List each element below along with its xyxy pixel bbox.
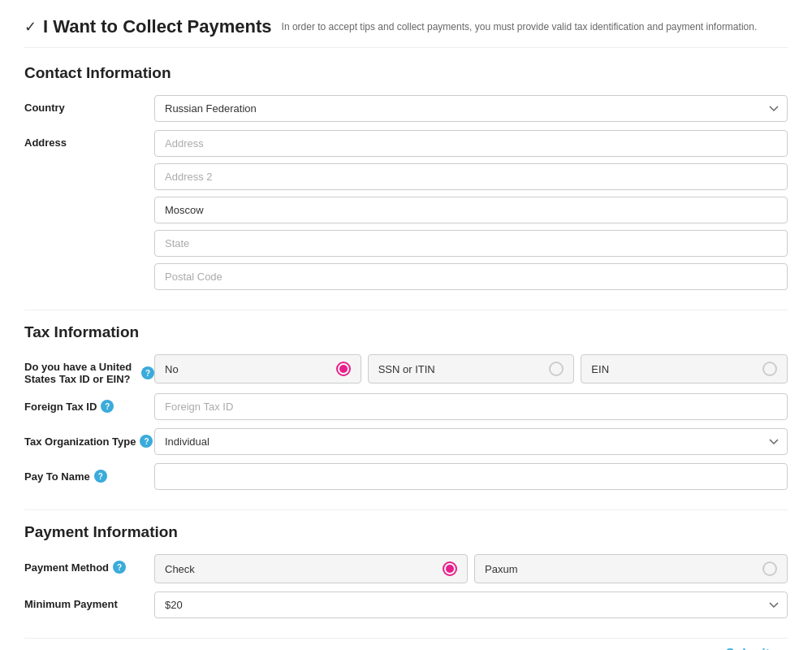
us-tax-row: Do you have a United States Tax ID or EI…	[24, 354, 788, 385]
radio-check-circle	[443, 561, 457, 576]
page-title: I Want to Collect Payments	[43, 16, 272, 37]
pay-to-name-controls	[154, 463, 788, 490]
pay-to-name-label: Pay To Name ?	[24, 463, 154, 483]
radio-paxum-circle	[762, 561, 777, 576]
address2-input[interactable]	[154, 163, 788, 190]
radio-option-paxum[interactable]: Paxum	[474, 554, 788, 583]
submit-button[interactable]: Submit →	[726, 647, 788, 650]
radio-paxum-label: Paxum	[485, 563, 517, 575]
radio-ein-circle	[762, 362, 777, 376]
address-row: Address	[24, 130, 788, 290]
payment-method-radio-group: Check Paxum	[154, 554, 788, 583]
city-input[interactable]	[154, 197, 788, 223]
radio-ssn-circle	[549, 362, 564, 376]
us-tax-controls: No SSN or ITIN EIN	[154, 354, 788, 384]
address-input[interactable]	[154, 130, 788, 157]
country-select[interactable]: Russian Federation United States United …	[154, 95, 788, 122]
org-type-help-icon[interactable]: ?	[140, 435, 153, 448]
payment-section-title: Payment Information	[24, 523, 788, 541]
payment-method-help-icon[interactable]: ?	[113, 561, 126, 574]
payment-method-label: Payment Method ?	[24, 554, 154, 574]
us-tax-help-icon[interactable]: ?	[141, 366, 154, 379]
pay-to-name-input[interactable]	[154, 463, 788, 490]
min-payment-label: Minimum Payment	[24, 592, 154, 610]
page-header: ✓ I Want to Collect Payments In order to…	[24, 16, 788, 48]
tax-section-title: Tax Information	[24, 323, 788, 341]
contact-section: Contact Information Country Russian Fede…	[24, 64, 788, 290]
address-label: Address	[24, 130, 154, 149]
min-payment-select[interactable]: $20 $50 $100 $200	[154, 592, 788, 618]
country-row: Country Russian Federation United States…	[24, 95, 788, 122]
tax-section: Tax Information Do you have a United Sta…	[24, 323, 788, 490]
min-payment-row: Minimum Payment $20 $50 $100 $200	[24, 592, 788, 618]
payment-method-row: Payment Method ? Check Paxum	[24, 554, 788, 583]
us-tax-label: Do you have a United States Tax ID or EI…	[24, 354, 154, 385]
check-icon: ✓	[24, 18, 37, 36]
us-tax-radio-group: No SSN or ITIN EIN	[154, 354, 788, 384]
radio-no-circle	[336, 362, 351, 376]
radio-option-ein[interactable]: EIN	[581, 354, 788, 384]
section-divider-2	[24, 509, 788, 510]
foreign-tax-controls	[154, 393, 788, 420]
org-type-select[interactable]: Individual Business Non-profit	[154, 428, 788, 455]
foreign-tax-help-icon[interactable]: ?	[101, 400, 114, 413]
radio-option-check[interactable]: Check	[154, 554, 468, 583]
radio-option-ssn[interactable]: SSN or ITIN	[368, 354, 575, 384]
radio-ein-label: EIN	[591, 363, 609, 375]
pay-to-name-help-icon[interactable]: ?	[94, 470, 107, 483]
radio-no-label: No	[165, 363, 179, 375]
foreign-tax-label: Foreign Tax ID ?	[24, 393, 154, 413]
foreign-tax-input[interactable]	[154, 393, 788, 420]
address-controls	[154, 130, 788, 290]
country-controls: Russian Federation United States United …	[154, 95, 788, 122]
submit-row: Submit →	[24, 638, 788, 650]
postal-input[interactable]	[154, 263, 788, 290]
org-type-controls: Individual Business Non-profit	[154, 428, 788, 455]
submit-label: Submit	[726, 647, 770, 650]
contact-section-title: Contact Information	[24, 64, 788, 82]
foreign-tax-row: Foreign Tax ID ?	[24, 393, 788, 420]
section-divider-1	[24, 310, 788, 310]
min-payment-controls: $20 $50 $100 $200	[154, 592, 788, 618]
org-type-row: Tax Organization Type ? Individual Busin…	[24, 428, 788, 455]
org-type-label: Tax Organization Type ?	[24, 428, 154, 448]
country-label: Country	[24, 95, 154, 114]
payment-section: Payment Information Payment Method ? Che…	[24, 523, 788, 618]
pay-to-name-row: Pay To Name ?	[24, 463, 788, 490]
payment-method-controls: Check Paxum	[154, 554, 788, 583]
radio-ssn-label: SSN or ITIN	[378, 363, 435, 375]
state-input[interactable]	[154, 230, 788, 257]
radio-check-label: Check	[165, 563, 195, 575]
radio-option-no[interactable]: No	[154, 354, 361, 384]
page-subtitle: In order to accept tips and collect paym…	[282, 20, 758, 34]
submit-arrow-icon: →	[775, 647, 788, 650]
